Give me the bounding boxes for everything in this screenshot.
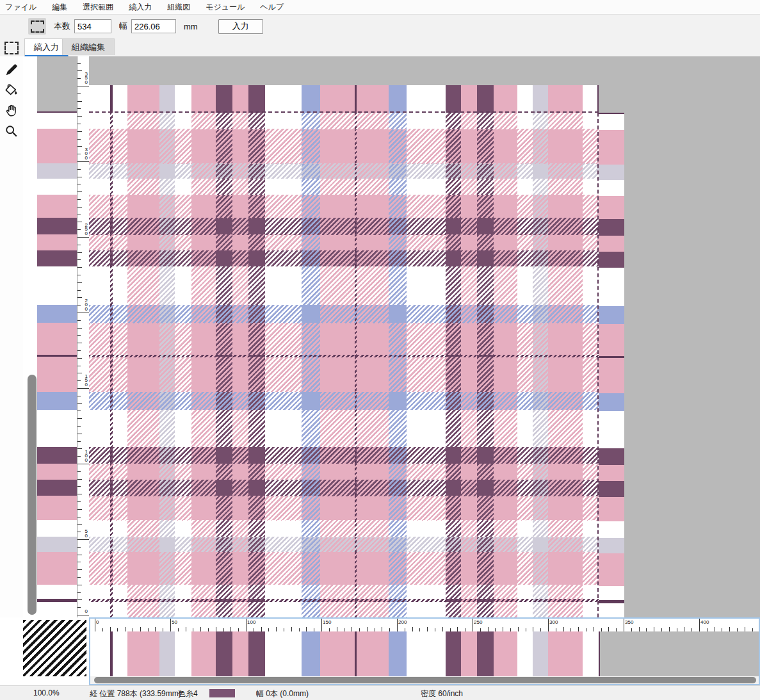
ruler-tick (729, 627, 730, 631)
menu-item-5[interactable]: モジュール (206, 2, 245, 13)
weft-stripe (37, 323, 77, 355)
ruler-tick (77, 448, 82, 449)
ruler-tick (77, 259, 81, 260)
warp-stripe (517, 85, 533, 113)
weft-stripe (89, 129, 599, 164)
weft-stripe (37, 266, 77, 305)
menu-item-6[interactable]: ヘルプ (260, 2, 284, 13)
weft-stripe (599, 196, 624, 220)
ruler-label: 0 (96, 619, 99, 625)
ruler-tick (77, 101, 82, 102)
no-warp-area (600, 631, 759, 676)
pencil-tool-button[interactable] (3, 61, 20, 78)
weft-stripe (89, 602, 599, 617)
ruler-label: 50 (172, 619, 177, 625)
weft-stripe (599, 268, 624, 307)
main-area: 050100150200250300350 (0, 56, 760, 617)
ruler-tick (155, 627, 156, 631)
input-button[interactable]: 入力 (218, 19, 263, 34)
ruler-tick (110, 627, 111, 631)
ruler-tick (77, 328, 82, 329)
warp-stripe (216, 631, 232, 676)
warp-stripe (127, 631, 160, 676)
weft-stripe (599, 114, 624, 131)
selection-mode-button[interactable] (4, 41, 19, 55)
ruler-tick (306, 627, 307, 631)
horizontal-scrollbar-thumb[interactable] (94, 677, 756, 683)
ruler-tick (77, 411, 81, 411)
warp-stripe (159, 631, 175, 676)
warp-stripe (583, 631, 599, 676)
warp-stripe (216, 85, 232, 113)
weft-stripe (599, 324, 624, 356)
ruler-tick (594, 627, 594, 631)
weft-stripe (37, 179, 77, 195)
warp-stripe (159, 85, 175, 113)
weft-stripe (599, 252, 624, 268)
weave-hatch-swatch[interactable] (23, 620, 86, 676)
warp-strip-panel: 050100150200250300350400 (89, 617, 760, 685)
ruler-tick (533, 627, 533, 631)
weft-stripe (89, 480, 599, 496)
warp-stripe (175, 85, 191, 113)
warp-stripe (407, 631, 446, 676)
ruler-label: 200 (398, 619, 407, 625)
warp-stripe (191, 85, 216, 113)
zoom-tool-button[interactable] (3, 123, 20, 140)
vertical-scrollbar-thumb[interactable] (28, 375, 36, 615)
menu-item-2[interactable]: 選択範囲 (83, 2, 113, 13)
ruler-tick (77, 592, 81, 593)
ruler-tick (77, 154, 81, 154)
weft-stripe (37, 250, 77, 266)
menu-item-3[interactable]: 縞入力 (129, 2, 152, 13)
selection-tool-button[interactable] (28, 18, 46, 35)
ruler-tick (77, 184, 81, 184)
ruler-tick (77, 471, 81, 472)
warp-stripe (232, 85, 248, 113)
warp-stripe (407, 85, 446, 113)
ruler-tick (77, 380, 81, 381)
pattern-canvas[interactable] (89, 56, 760, 617)
ruler-tick (77, 177, 82, 177)
selection-icon (4, 42, 19, 54)
ruler-label: 50 (85, 530, 88, 538)
ruler-tick (77, 282, 82, 283)
count-input[interactable] (74, 19, 111, 33)
hand-tool-button[interactable] (3, 102, 20, 119)
warp-color-strip[interactable] (90, 631, 759, 676)
warp-stripe (265, 631, 302, 676)
menu-item-0[interactable]: ファイル (5, 2, 36, 13)
ruler-tick (77, 426, 81, 427)
ruler-tick (77, 343, 82, 343)
tab-weave-edit[interactable]: 組織編集 (62, 38, 115, 55)
weft-stripe (89, 305, 599, 323)
ruler-tick (77, 267, 82, 268)
ruler-tick (77, 486, 81, 487)
ruler-label: 300 (85, 148, 88, 161)
ruler-tick (427, 627, 428, 631)
menu-item-4[interactable]: 組織図 (167, 2, 190, 13)
ruler-tick (473, 619, 473, 631)
ruler-tick (77, 222, 82, 222)
menu-item-1[interactable]: 編集 (52, 2, 67, 13)
ruler-tick (77, 207, 82, 208)
ruler-tick (77, 215, 81, 215)
color-thread-swatch (209, 689, 235, 697)
width-input[interactable] (131, 19, 176, 33)
ruler-tick (608, 627, 609, 631)
ruler-tick (125, 627, 125, 631)
weft-color-strip[interactable] (37, 56, 77, 617)
ruler-tick (77, 108, 81, 109)
weft-stripe (89, 323, 599, 355)
paint-bucket-tool-button[interactable] (3, 82, 20, 99)
weft-stripe (37, 585, 77, 599)
horizontal-scrollbar-track[interactable] (90, 676, 759, 684)
ruler-tick (77, 63, 81, 64)
ruler-tick (77, 139, 81, 140)
ruler-tick (77, 86, 90, 86)
warp-stripe (494, 85, 517, 113)
ruler-tick (639, 627, 640, 631)
ruler-tick (77, 547, 81, 548)
ruler-tick (77, 116, 82, 117)
weft-stripe (37, 218, 77, 234)
